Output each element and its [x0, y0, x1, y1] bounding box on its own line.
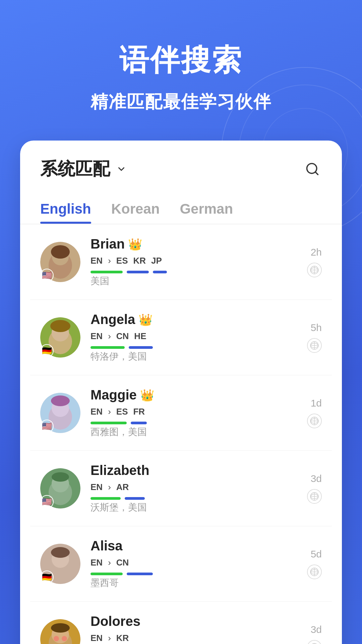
lang-to: KR [133, 256, 146, 266]
progress-bar [90, 497, 121, 500]
avatar: 🇺🇸 [40, 468, 80, 508]
user-row[interactable]: 🇩🇪Angela👑EN›CNHE特洛伊，美国5h [30, 300, 332, 375]
lang-row: EN›KR [90, 633, 297, 643]
lang-row: EN›ESFR [90, 407, 297, 417]
avatar: 🇺🇸 [40, 242, 80, 282]
lang-to: CN [116, 331, 129, 341]
arrow-icon: › [108, 407, 111, 417]
svg-point-5 [51, 245, 70, 259]
user-row[interactable]: 🇺🇸ElizabethEN›AR沃斯堡，美国3d [30, 451, 332, 526]
arrow-icon: › [108, 482, 111, 492]
svg-line-1 [315, 172, 318, 175]
online-status-icon [307, 338, 322, 353]
time-ago: 5d [311, 548, 322, 560]
search-icon[interactable] [303, 160, 322, 178]
progress-bar [131, 422, 147, 424]
user-info: AlisaEN›CN墨西哥 [90, 538, 297, 589]
de-flag: 🇩🇪 [40, 344, 54, 358]
progress-bar [90, 271, 123, 273]
user-info: Maggie👑EN›ESFR西雅图，美国 [90, 387, 297, 438]
online-status-icon [307, 414, 322, 428]
user-location: 沃斯堡，美国 [90, 501, 297, 514]
lang-row: EN›CN [90, 557, 297, 568]
lang-row: EN›AR [90, 482, 297, 492]
progress-bars [90, 271, 297, 273]
arrow-icon: › [108, 633, 111, 643]
progress-bars [90, 346, 297, 349]
tab-german[interactable]: German [180, 201, 233, 224]
progress-bar [125, 497, 145, 500]
time-ago: 2h [311, 247, 322, 258]
svg-point-42 [62, 636, 67, 641]
user-meta: 3d [307, 473, 322, 504]
avatar: 🇺🇸 [40, 393, 80, 433]
tabs-bar: EnglishKoreanGerman [20, 191, 342, 224]
user-info: DoloresEN›KR美国 [90, 614, 297, 644]
lang-from: EN [90, 331, 103, 341]
lang-from: EN [90, 407, 103, 417]
dropdown-label: 系统匹配 [40, 157, 110, 181]
crown-icon: 👑 [140, 388, 154, 402]
svg-point-33 [51, 547, 70, 558]
progress-bar [127, 271, 149, 273]
user-location: 特洛伊，美国 [90, 350, 297, 363]
lang-from: EN [90, 633, 103, 643]
tab-korean[interactable]: Korean [111, 201, 160, 224]
time-ago: 3d [311, 473, 322, 484]
time-ago: 3d [311, 624, 322, 635]
user-name: Dolores [90, 614, 140, 629]
us-flag: 🇺🇸 [40, 495, 54, 508]
progress-bar [90, 422, 127, 424]
page-content: 语伴搜索 精准匹配最佳学习伙伴 系统匹配 EnglishKoreanGerman [0, 0, 362, 644]
lang-from: EN [90, 482, 103, 492]
hero-title: 语伴搜索 [119, 40, 243, 80]
lang-from: EN [90, 256, 103, 266]
svg-point-19 [51, 395, 70, 406]
tab-english[interactable]: English [40, 201, 91, 224]
user-name: Brian [90, 236, 125, 252]
user-row[interactable]: 🇩🇪AlisaEN›CN墨西哥5d [30, 526, 332, 602]
lang-to: FR [133, 407, 145, 417]
user-name: Elizabeth [90, 463, 149, 478]
user-info: Angela👑EN›CNHE特洛伊，美国 [90, 312, 297, 363]
card-header: 系统匹配 [20, 141, 342, 181]
online-status-icon [307, 565, 322, 579]
progress-bars [90, 422, 297, 424]
match-dropdown[interactable]: 系统匹配 [40, 157, 127, 181]
avatar: 🇺🇸 [40, 619, 80, 644]
time-ago: 5h [311, 322, 322, 333]
lang-to: JP [151, 256, 162, 266]
svg-point-26 [52, 472, 69, 482]
progress-bar [90, 573, 123, 575]
lang-row: EN›CNHE [90, 331, 297, 341]
user-row[interactable]: 🇺🇸DoloresEN›KR美国3d [30, 602, 332, 644]
progress-bars [90, 497, 297, 500]
user-row[interactable]: 🇺🇸Brian👑EN›ESKRJP美国2h [30, 224, 332, 300]
lang-to: ES [116, 407, 128, 417]
user-name-row: Elizabeth [90, 463, 297, 478]
online-status-icon [307, 640, 322, 644]
user-meta: 5h [307, 322, 322, 353]
svg-point-41 [54, 636, 59, 641]
svg-point-40 [51, 623, 70, 633]
progress-bar [90, 346, 125, 349]
user-name: Alisa [90, 538, 123, 553]
online-status-icon [307, 489, 322, 504]
time-ago: 1d [311, 397, 322, 409]
user-name: Angela [90, 312, 135, 327]
avatar: 🇩🇪 [40, 544, 80, 584]
chevron-down-icon [115, 163, 127, 175]
user-meta: 2h [307, 247, 322, 277]
user-meta: 3d [307, 624, 322, 644]
lang-to: ES [116, 256, 128, 266]
user-location: 西雅图，美国 [90, 426, 297, 438]
lang-to: KR [116, 633, 129, 643]
hero-subtitle: 精准匹配最佳学习伙伴 [90, 90, 272, 114]
user-row[interactable]: 🇺🇸Maggie👑EN›ESFR西雅图，美国1d [30, 375, 332, 451]
progress-bar [129, 346, 153, 349]
lang-to: HE [134, 331, 146, 341]
user-info: ElizabethEN›AR沃斯堡，美国 [90, 463, 297, 514]
lang-to: CN [116, 557, 129, 568]
progress-bars [90, 573, 297, 575]
user-name-row: Dolores [90, 614, 297, 629]
